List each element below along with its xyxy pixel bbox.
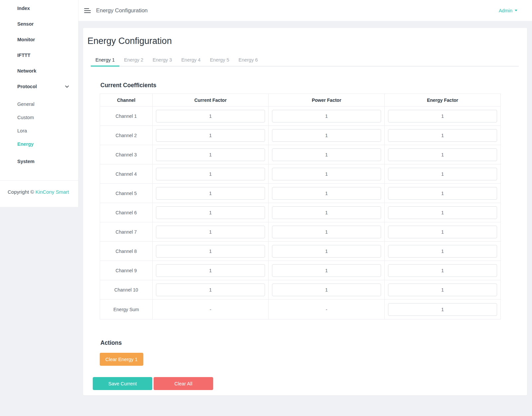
clear-energy-button[interactable]: Clear Energy 1: [100, 353, 143, 366]
tab-energy-3[interactable]: Energy 3: [148, 54, 177, 66]
table-row: Channel 9: [100, 261, 501, 280]
clear-all-button[interactable]: Clear All: [154, 377, 213, 390]
copyright-brand-link[interactable]: KinCony Smart: [36, 189, 69, 195]
save-current-button[interactable]: Save Current: [93, 377, 152, 390]
protocol-submenu: General Custom Lora Energy: [0, 98, 78, 151]
power-factor-input[interactable]: [272, 168, 381, 180]
channel-label: Channel 3: [100, 145, 153, 164]
sidebar-item-energy[interactable]: Energy: [0, 137, 78, 151]
table-row: Channel 8: [100, 242, 501, 261]
sidebar: Index Sensor Monitor IFTTT Network Proto…: [0, 0, 78, 207]
sidebar-item-general[interactable]: General: [0, 98, 78, 111]
table-row-energy-sum: Energy Sum - -: [100, 300, 501, 319]
sidebar-item-custom[interactable]: Custom: [0, 111, 78, 124]
table-row: Channel 2: [100, 126, 501, 145]
tab-energy-1[interactable]: Energy 1: [91, 54, 119, 66]
channel-label: Energy Sum: [100, 300, 153, 319]
energy-tabs: Energy 1 Energy 2 Energy 3 Energy 4 Ener…: [91, 54, 519, 67]
header-power-factor: Power Factor: [269, 94, 385, 106]
channel-label: Channel 1: [100, 106, 153, 126]
current-factor-input[interactable]: [156, 284, 265, 296]
topbar-title: Energy Configuration: [96, 7, 148, 14]
channel-label: Channel 7: [100, 222, 153, 242]
energy-factor-input[interactable]: [388, 303, 497, 316]
power-factor-input[interactable]: [272, 110, 381, 122]
sidebar-item-lora[interactable]: Lora: [0, 124, 78, 137]
sidebar-item-protocol[interactable]: Protocol: [0, 79, 78, 95]
caret-down-icon: [515, 10, 517, 11]
power-factor-input[interactable]: [272, 245, 381, 258]
energy-factor-input[interactable]: [388, 206, 497, 219]
energy-factor-input[interactable]: [388, 264, 497, 277]
sidebar-item-index[interactable]: Index: [0, 1, 78, 16]
current-factor-input[interactable]: [156, 245, 265, 258]
copyright-text: Copyright ©: [8, 189, 34, 195]
copyright: Copyright © KinCony Smart: [0, 189, 78, 195]
channel-label: Channel 10: [100, 280, 153, 300]
current-factor-input[interactable]: [156, 168, 265, 180]
table-row: Channel 5: [100, 184, 501, 203]
footer-actions: Save Current Clear All: [93, 377, 213, 390]
coefficients-table: Channel Current Factor Power Factor Ener…: [100, 94, 501, 319]
power-factor-input[interactable]: [272, 148, 381, 161]
energy-factor-input[interactable]: [388, 110, 497, 122]
channel-label: Channel 5: [100, 184, 153, 203]
channel-label: Channel 2: [100, 126, 153, 145]
energy-factor-input[interactable]: [388, 245, 497, 258]
sidebar-item-system[interactable]: System: [0, 154, 78, 169]
page-title: Energy Configuration: [83, 28, 527, 46]
power-factor-input[interactable]: [272, 284, 381, 296]
power-factor-input[interactable]: [272, 264, 381, 277]
current-factor-input[interactable]: [156, 148, 265, 161]
header-energy-factor: Energy Factor: [385, 94, 501, 106]
table-row: Channel 1: [100, 106, 501, 126]
table-row: Channel 10: [100, 280, 501, 300]
channel-label: Channel 9: [100, 261, 153, 280]
energy-factor-input[interactable]: [388, 284, 497, 296]
tab-energy-2[interactable]: Energy 2: [119, 54, 148, 66]
power-factor-input[interactable]: [272, 187, 381, 200]
energy-factor-input[interactable]: [388, 129, 497, 142]
channel-label: Channel 6: [100, 203, 153, 222]
admin-label: Admin: [499, 8, 512, 13]
power-factor-input[interactable]: [272, 226, 381, 238]
actions-title: Actions: [100, 339, 500, 346]
sidebar-item-network[interactable]: Network: [0, 63, 78, 79]
channel-label: Channel 4: [100, 164, 153, 184]
table-row: Channel 4: [100, 164, 501, 184]
energy-factor-input[interactable]: [388, 148, 497, 161]
hamburger-menu-icon[interactable]: [84, 8, 91, 13]
power-factor-input[interactable]: [272, 129, 381, 142]
topbar: Energy Configuration Admin: [78, 0, 532, 21]
sidebar-item-monitor[interactable]: Monitor: [0, 32, 78, 48]
header-channel: Channel: [100, 94, 153, 106]
sidebar-item-sensor[interactable]: Sensor: [0, 16, 78, 32]
table-row: Channel 7: [100, 222, 501, 242]
tab-energy-5[interactable]: Energy 5: [205, 54, 234, 66]
sidebar-divider: [0, 180, 78, 181]
current-factor-input[interactable]: [156, 187, 265, 200]
sidebar-item-label: Protocol: [17, 84, 37, 89]
current-factor-input[interactable]: [156, 264, 265, 277]
energy-factor-input[interactable]: [388, 168, 497, 180]
power-factor-input[interactable]: [272, 206, 381, 219]
sum-power-dash: -: [269, 300, 385, 319]
tab-energy-4[interactable]: Energy 4: [177, 54, 205, 66]
energy-factor-input[interactable]: [388, 226, 497, 238]
admin-dropdown[interactable]: Admin: [499, 8, 517, 13]
table-header-row: Channel Current Factor Power Factor Ener…: [100, 94, 501, 106]
section-title: Current Coefficients: [100, 82, 500, 89]
chevron-down-icon: [65, 79, 69, 95]
energy-factor-input[interactable]: [388, 187, 497, 200]
table-row: Channel 3: [100, 145, 501, 164]
current-factor-input[interactable]: [156, 206, 265, 219]
current-factor-input[interactable]: [156, 110, 265, 122]
current-factor-input[interactable]: [156, 226, 265, 238]
main-content-card: Energy Configuration Energy 1 Energy 2 E…: [83, 28, 527, 395]
header-current-factor: Current Factor: [153, 94, 269, 106]
sidebar-item-ifttt[interactable]: IFTTT: [0, 48, 78, 63]
current-factor-input[interactable]: [156, 129, 265, 142]
tab-energy-6[interactable]: Energy 6: [234, 54, 262, 66]
table-row: Channel 6: [100, 203, 501, 222]
current-coefficients-section: Current Coefficients Channel Current Fac…: [100, 82, 500, 366]
